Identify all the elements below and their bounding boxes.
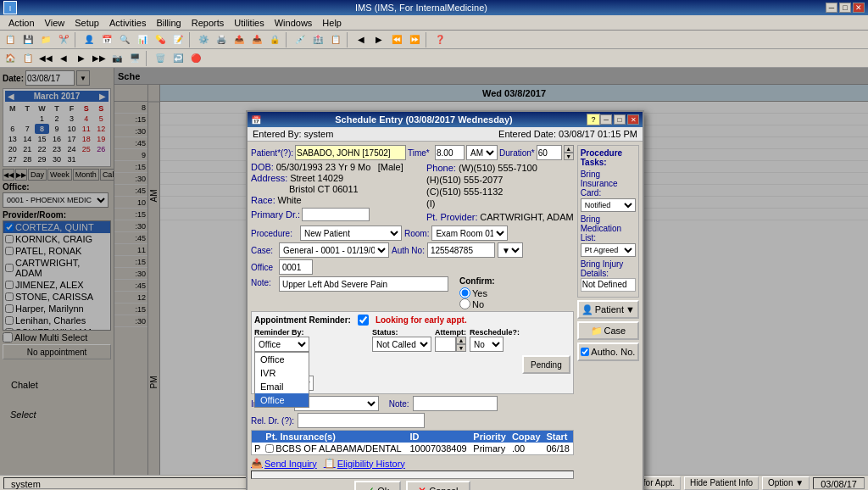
procedure-select[interactable]: New Patient xyxy=(300,226,402,241)
toolbar2-btn-8[interactable]: 🖥️ xyxy=(126,50,143,67)
toolbar-btn-7[interactable]: 🔍 xyxy=(116,31,133,48)
attempt-input[interactable] xyxy=(435,337,456,352)
primary-dr-input[interactable] xyxy=(302,208,370,221)
horizontal-scrollbar[interactable] xyxy=(251,471,574,479)
autho-btn[interactable]: Autho. No. xyxy=(577,342,639,361)
menu-help[interactable]: Help xyxy=(317,17,347,29)
toolbar-btn-14[interactable]: 📥 xyxy=(248,31,265,48)
toolbar-btn-8[interactable]: 📊 xyxy=(134,31,151,48)
toolbar2-btn-11[interactable]: 🔴 xyxy=(187,50,204,67)
menu-view[interactable]: View xyxy=(40,17,70,29)
reschedule-select[interactable]: No Yes xyxy=(470,337,504,352)
time-input[interactable] xyxy=(435,145,465,160)
toolbar-2: 🏠 📋 ◀◀ ◀ ▶ ▶▶ 📷 🖥️ 🗑️ ↩️ 🔴 xyxy=(0,49,868,68)
option-btn[interactable]: Option ▼ xyxy=(762,476,810,490)
confirm-yes-label[interactable]: Yes xyxy=(459,287,495,298)
reminder-checkbox[interactable] xyxy=(358,315,369,326)
duration-down-btn[interactable]: ▼ xyxy=(564,153,574,160)
maximize-button[interactable]: □ xyxy=(839,3,851,13)
close-button[interactable]: ✕ xyxy=(853,3,865,13)
attempt-down-btn[interactable]: ▼ xyxy=(456,344,466,352)
toolbar-btn-20[interactable]: ▶ xyxy=(370,31,387,48)
duration-up-btn[interactable]: ▲ xyxy=(564,145,574,153)
ok-btn[interactable]: ✓ Ok xyxy=(354,481,401,490)
menu-reports[interactable]: Reports xyxy=(186,17,230,29)
toolbar-btn-22[interactable]: ⏩ xyxy=(406,31,423,48)
dialog-office-input[interactable] xyxy=(279,259,313,275)
auth-no-input[interactable] xyxy=(427,242,495,258)
reldr-input[interactable] xyxy=(298,413,425,428)
patient-input[interactable] xyxy=(295,145,406,160)
dialog-help-btn[interactable]: ? xyxy=(587,114,600,125)
note-input[interactable] xyxy=(279,276,448,292)
toolbar-btn-13[interactable]: 📤 xyxy=(231,31,248,48)
minimize-button[interactable]: ─ xyxy=(826,3,837,13)
toolbar2-btn-1[interactable]: 🏠 xyxy=(2,50,19,67)
bring-med-select[interactable]: Pt Agreed xyxy=(581,243,636,257)
menu-setup[interactable]: Setup xyxy=(70,17,104,29)
cancel-btn[interactable]: ✕ Cancel xyxy=(406,481,470,490)
autho-checkbox[interactable] xyxy=(581,348,589,356)
toolbar-btn-11[interactable]: ⚙️ xyxy=(195,31,212,48)
dialog-close-btn[interactable]: ✕ xyxy=(627,114,639,125)
dropdown-item-email[interactable]: Email xyxy=(255,380,309,393)
case-select[interactable]: General - 0001 - 01/19/09 xyxy=(279,242,389,258)
toolbar2-btn-3[interactable]: ◀◀ xyxy=(37,50,54,67)
toolbar-btn-21[interactable]: ⏪ xyxy=(388,31,405,48)
duration-input[interactable] xyxy=(537,145,562,160)
toolbar-btn-12[interactable]: 🖨️ xyxy=(213,31,230,48)
dropdown-item-ivr[interactable]: IVR xyxy=(255,366,309,380)
toolbar-btn-23[interactable]: ❓ xyxy=(431,31,448,48)
patient-btn[interactable]: 👤 Patient ▼ xyxy=(577,300,639,319)
insurance-note-input[interactable] xyxy=(413,396,498,411)
menu-billing[interactable]: Billing xyxy=(151,17,186,29)
menu-activities[interactable]: Activities xyxy=(104,17,151,29)
toolbar-btn-4[interactable]: ✂️ xyxy=(55,31,72,48)
status-select[interactable]: Not Called xyxy=(372,337,431,352)
toolbar-btn-19[interactable]: ◀ xyxy=(353,31,370,48)
toolbar-btn-15[interactable]: 🔒 xyxy=(266,31,283,48)
toolbar-btn-3[interactable]: 📁 xyxy=(37,31,54,48)
auth-no-dropdown[interactable]: ▼ xyxy=(498,242,523,258)
confirm-yes-radio[interactable] xyxy=(459,287,470,298)
pending-btn[interactable]: Pending xyxy=(522,355,570,374)
toolbar-btn-17[interactable]: 🏥 xyxy=(309,31,326,48)
attempt-up-btn[interactable]: ▲ xyxy=(456,337,466,344)
ins-check[interactable] xyxy=(265,444,274,453)
dialog-maximize-btn[interactable]: □ xyxy=(614,114,626,125)
toolbar-btn-16[interactable]: 💉 xyxy=(292,31,309,48)
confirm-no-label[interactable]: No xyxy=(459,298,495,309)
menu-windows[interactable]: Windows xyxy=(270,17,318,29)
menu-utilities[interactable]: Utilities xyxy=(229,17,269,29)
case-btn[interactable]: 📁 Case xyxy=(577,321,639,340)
toolbar2-btn-5[interactable]: ▶ xyxy=(73,50,90,67)
toolbar2-btn-2[interactable]: 📋 xyxy=(19,50,36,67)
note2-label: Note: xyxy=(389,399,409,409)
toolbar-btn-1[interactable]: 📋 xyxy=(2,31,19,48)
toolbar-btn-9[interactable]: 💊 xyxy=(152,31,169,48)
toolbar-btn-18[interactable]: 📋 xyxy=(327,31,344,48)
toolbar2-btn-4[interactable]: ◀ xyxy=(55,50,72,67)
reminder-by-select[interactable]: Office IVR Email xyxy=(254,337,309,352)
insurance-row-1[interactable]: P BCBS OF ALABAMA/DENTAL 10007038409 Pri… xyxy=(252,443,573,454)
toolbar2-btn-10[interactable]: ↩️ xyxy=(170,50,186,67)
menu-action[interactable]: Action xyxy=(3,17,40,29)
dropdown-item-office2[interactable]: Office xyxy=(255,393,309,407)
toolbar2-btn-9[interactable]: 🗑️ xyxy=(152,50,169,67)
confirm-no-radio[interactable] xyxy=(459,298,470,309)
room-select[interactable]: Exam Room 01 xyxy=(431,226,508,241)
ampm-select[interactable]: AM PM xyxy=(466,145,498,160)
send-inquiry-link[interactable]: 📤 Send Inquiry xyxy=(251,458,317,469)
bring-ins-select[interactable]: Notified xyxy=(581,198,636,212)
toolbar-btn-5[interactable]: 👤 xyxy=(81,31,97,48)
hide-patient-info-btn[interactable]: Hide Patient Info xyxy=(684,476,759,490)
dropdown-item-office1[interactable]: Office xyxy=(255,353,309,366)
toolbar-btn-2[interactable]: 💾 xyxy=(19,31,36,48)
ins-col-id: ID xyxy=(407,431,470,443)
toolbar2-btn-6[interactable]: ▶▶ xyxy=(91,50,108,67)
dialog-minimize-btn[interactable]: ─ xyxy=(600,114,612,125)
toolbar-btn-6[interactable]: 📅 xyxy=(98,31,115,48)
eligibility-history-link[interactable]: 📋 Eligibility History xyxy=(324,458,405,469)
toolbar-btn-10[interactable]: 📝 xyxy=(170,31,186,48)
toolbar2-btn-7[interactable]: 📷 xyxy=(108,50,125,67)
